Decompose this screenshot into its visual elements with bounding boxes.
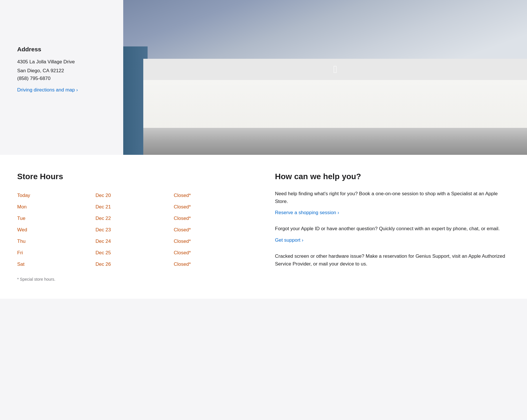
hours-status: Closed*: [174, 236, 252, 247]
hours-date: Dec 25: [95, 247, 174, 259]
hours-status: Closed*: [174, 247, 252, 259]
address-panel: Address 4305 La Jolla Village Drive San …: [0, 0, 123, 155]
hours-status: Closed*: [174, 224, 252, 236]
apple-logo-icon: : [333, 63, 337, 75]
facade-building: : [143, 59, 527, 155]
store-image-panel: : [123, 0, 527, 155]
hours-status: Closed*: [174, 190, 252, 201]
hours-day: Sat: [17, 259, 95, 270]
address-line2: San Diego, CA 92122: [17, 67, 109, 75]
address-line1: 4305 La Jolla Village Drive: [17, 58, 109, 66]
help-block1-text: Need help finding what's right for you? …: [275, 190, 510, 205]
hours-status: Closed*: [174, 201, 252, 213]
hours-date: Dec 22: [95, 213, 174, 224]
store-facade-image: : [123, 0, 527, 155]
hours-date: Dec 21: [95, 201, 174, 213]
facade-top-bar: : [143, 59, 527, 80]
hours-day: Fri: [17, 247, 95, 259]
help-title: How can we help you?: [275, 172, 510, 181]
hours-day: Thu: [17, 236, 95, 247]
phone-number: (858) 795-6870: [17, 76, 109, 81]
bottom-section: Store Hours TodayDec 20Closed*MonDec 21C…: [0, 155, 527, 299]
hours-row: ThuDec 24Closed*: [17, 236, 252, 247]
hours-row: SatDec 26Closed*: [17, 259, 252, 270]
get-support-link[interactable]: Get support ›: [275, 237, 510, 243]
hours-row: MonDec 21Closed*: [17, 201, 252, 213]
hours-date: Dec 20: [95, 190, 174, 201]
help-block3-text: Cracked screen or other hardware issue? …: [275, 252, 510, 268]
hours-row: TodayDec 20Closed*: [17, 190, 252, 201]
hours-row: WedDec 23Closed*: [17, 224, 252, 236]
special-note: * Special store hours.: [17, 277, 252, 282]
top-section: Address 4305 La Jolla Village Drive San …: [0, 0, 527, 155]
hours-status: Closed*: [174, 259, 252, 270]
hours-day: Mon: [17, 201, 95, 213]
hours-row: FriDec 25Closed*: [17, 247, 252, 259]
directions-link[interactable]: Driving directions and map ›: [17, 87, 78, 93]
hours-date: Dec 23: [95, 224, 174, 236]
address-title: Address: [17, 46, 109, 53]
hours-day: Wed: [17, 224, 95, 236]
hours-date: Dec 26: [95, 259, 174, 270]
hours-row: TueDec 22Closed*: [17, 213, 252, 224]
hours-day: Today: [17, 190, 95, 201]
store-hours-panel: Store Hours TodayDec 20Closed*MonDec 21C…: [17, 172, 252, 282]
help-block2-text: Forgot your Apple ID or have another que…: [275, 225, 510, 233]
hours-date: Dec 24: [95, 236, 174, 247]
hours-status: Closed*: [174, 213, 252, 224]
hours-table: TodayDec 20Closed*MonDec 21Closed*TueDec…: [17, 190, 252, 270]
hours-day: Tue: [17, 213, 95, 224]
reserve-session-link[interactable]: Reserve a shopping session ›: [275, 210, 510, 216]
store-hours-title: Store Hours: [17, 172, 252, 181]
facade-floor: [143, 128, 527, 155]
help-panel: How can we help you? Need help finding w…: [275, 172, 510, 282]
